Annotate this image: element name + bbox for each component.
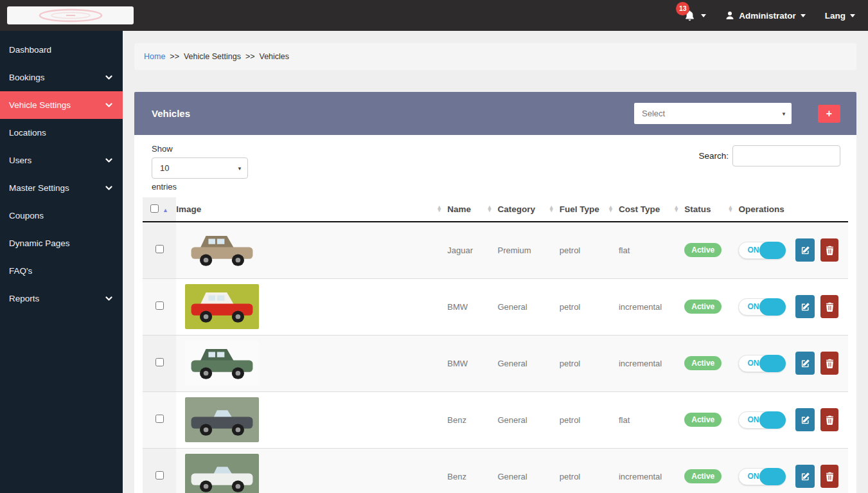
status-toggle[interactable]: ON (738, 411, 786, 429)
trash-icon (826, 415, 834, 425)
edit-button[interactable] (795, 465, 815, 488)
vehicle-image-cell (176, 222, 447, 278)
chevron-down-icon (105, 158, 112, 163)
delete-button[interactable] (820, 352, 838, 375)
search-input[interactable] (732, 145, 840, 166)
page-title: Vehicles (152, 108, 190, 119)
column-header-cost-type[interactable]: Cost Type ▲▼ (619, 197, 684, 222)
sidebar-item-faq-s[interactable]: FAQ's (0, 257, 123, 285)
sidebar-item-master-settings[interactable]: Master Settings (0, 174, 123, 202)
edit-button[interactable] (795, 408, 815, 431)
select-all-header[interactable]: ▲ (143, 197, 176, 222)
vehicle-type-select[interactable]: Select ▼ (634, 103, 792, 124)
cell-category: General (497, 335, 559, 391)
sidebar-item-users[interactable]: Users (0, 147, 123, 174)
panel-header: Vehicles Select ▼ + (134, 92, 856, 135)
sidebar-item-locations[interactable]: Locations (0, 119, 123, 147)
cell-status: Active (684, 335, 738, 391)
admin-dropdown[interactable]: Administrator (725, 11, 806, 21)
sidebar-item-dashboard[interactable]: Dashboard (0, 36, 123, 64)
column-header-category[interactable]: Category ▲▼ (497, 197, 559, 222)
row-checkbox[interactable] (155, 471, 164, 480)
cell-name: Benz (447, 391, 497, 448)
edit-button[interactable] (795, 352, 815, 375)
column-header-status[interactable]: Status ▲▼ (684, 197, 738, 222)
toggle-on-label: ON (747, 246, 759, 255)
sidebar-item-coupons[interactable]: Coupons (0, 202, 123, 229)
delete-button[interactable] (820, 238, 838, 262)
status-badge: Active (684, 243, 722, 257)
toggle-knob (759, 468, 786, 485)
delete-button[interactable] (820, 465, 838, 488)
table-body: Jaguar Premium petrol flat Active ON (143, 222, 848, 493)
page-size-select[interactable]: 10 ▼ (152, 157, 248, 179)
sidebar-item-reports[interactable]: Reports (0, 285, 123, 312)
row-checkbox[interactable] (155, 415, 164, 423)
app-logo[interactable] (7, 6, 134, 24)
top-navbar: 13 Administrator Lang (0, 0, 868, 31)
cell-cost-type: incremental (619, 278, 684, 335)
vehicle-image (185, 228, 259, 273)
status-toggle[interactable]: ON (738, 468, 786, 485)
status-badge: Active (684, 413, 722, 427)
show-label: Show (152, 144, 248, 154)
trash-icon (826, 359, 834, 368)
row-checkbox[interactable] (155, 301, 164, 310)
table-row: Benz General petrol flat Active ON (143, 391, 848, 448)
breadcrumb-separator: >> (245, 52, 255, 61)
vehicle-type-select-input[interactable]: Select (634, 103, 792, 124)
column-header-fuel-type[interactable]: Fuel Type ▲▼ (560, 197, 619, 222)
table-header-row: ▲ Image ▲▼ Name ▲▼ Category ▲▼ (143, 197, 848, 222)
status-toggle[interactable]: ON (738, 242, 786, 259)
delete-button[interactable] (820, 295, 838, 318)
chevron-down-icon (105, 75, 112, 80)
select-all-checkbox[interactable] (150, 204, 159, 213)
breadcrumb-home-link[interactable]: Home (144, 52, 165, 61)
cell-fuel-type: petrol (560, 335, 619, 391)
sort-icons: ▲▼ (436, 206, 442, 213)
cell-cost-type: flat (619, 222, 684, 278)
notifications-dropdown[interactable]: 13 (684, 10, 706, 22)
table-row: Benz General petrol incremental Active O… (143, 448, 848, 493)
admin-label: Administrator (739, 11, 796, 21)
cell-category: General (497, 278, 559, 335)
sort-icons: ▲▼ (487, 206, 493, 213)
row-checkbox[interactable] (155, 358, 164, 366)
column-header-name[interactable]: Name ▲▼ (447, 197, 497, 222)
vehicles-table: ▲ Image ▲▼ Name ▲▼ Category ▲▼ (143, 197, 848, 493)
row-select-cell (143, 335, 176, 391)
column-header-image[interactable]: Image ▲▼ (176, 197, 447, 222)
page-size-select-input[interactable]: 10 (152, 158, 247, 178)
sidebar-item-vehicle-settings[interactable]: Vehicle Settings (0, 91, 123, 119)
cell-status: Active (684, 391, 738, 448)
status-badge: Active (684, 356, 722, 370)
main-content: Home >> Vehicle Settings >> Vehicles Veh… (123, 31, 868, 493)
table-row: BMW General petrol incremental Active ON (143, 278, 848, 335)
lang-dropdown[interactable]: Lang (825, 11, 855, 21)
vehicle-image-cell (176, 448, 447, 493)
status-toggle[interactable]: ON (738, 298, 786, 316)
row-checkbox[interactable] (155, 245, 164, 253)
cell-name: BMW (447, 278, 497, 335)
edit-icon (801, 415, 810, 425)
sort-icons: ▲▼ (549, 206, 554, 213)
edit-button[interactable] (795, 238, 815, 262)
cell-name: Benz (447, 448, 497, 493)
cell-category: Premium (497, 222, 559, 278)
toggle-knob (759, 355, 786, 372)
cell-cost-type: flat (619, 391, 684, 448)
sidebar-item-dynamic-pages[interactable]: Dynamic Pages (0, 229, 123, 257)
breadcrumb: Home >> Vehicle Settings >> Vehicles (134, 43, 856, 70)
add-vehicle-button[interactable]: + (818, 105, 840, 123)
vehicles-panel: Vehicles Select ▼ + Show 10 (134, 92, 856, 493)
cell-operations: ON (738, 222, 848, 278)
status-toggle[interactable]: ON (738, 355, 786, 372)
edit-button[interactable] (795, 295, 815, 318)
vehicle-image-cell (176, 391, 447, 448)
toggle-on-label: ON (747, 415, 759, 424)
edit-icon (801, 302, 810, 312)
chevron-down-icon (105, 103, 112, 108)
delete-button[interactable] (820, 408, 838, 431)
sidebar-item-bookings[interactable]: Bookings (0, 64, 123, 91)
row-select-cell (143, 391, 176, 448)
